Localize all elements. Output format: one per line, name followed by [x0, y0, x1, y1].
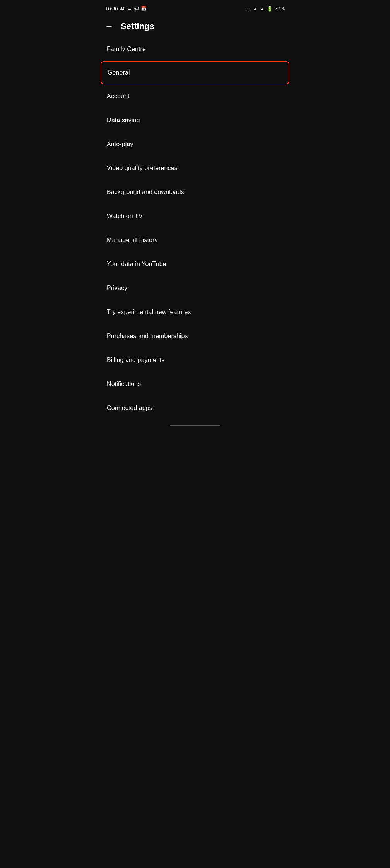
calendar-icon: 📅: [141, 6, 147, 11]
status-bar: 10:30 M ☁ 🏷 📅 ⋮⋮ ▲ ▲ 🔋 77%: [98, 0, 292, 15]
menu-item-watch-on-tv[interactable]: Watch on TV: [98, 204, 292, 228]
tag-icon: 🏷: [134, 6, 139, 11]
wifi-icon: ▲: [253, 6, 258, 12]
menu-item-connected-apps[interactable]: Connected apps: [98, 396, 292, 420]
cloud-icon: ☁: [127, 6, 132, 12]
status-right: ⋮⋮ ▲ ▲ 🔋 77%: [243, 6, 285, 12]
menu-item-experimental[interactable]: Try experimental new features: [98, 300, 292, 324]
menu-item-manage-history[interactable]: Manage all history: [98, 228, 292, 252]
battery-icon: 🔋: [267, 6, 273, 12]
menu-item-your-data[interactable]: Your data in YouTube: [98, 252, 292, 276]
menu-item-background-downloads[interactable]: Background and downloads: [98, 180, 292, 204]
settings-menu: Family CentreGeneralAccountData savingAu…: [98, 37, 292, 420]
back-button[interactable]: ←: [104, 21, 115, 32]
header: ← Settings: [98, 15, 292, 37]
battery-percent: 77%: [275, 6, 285, 12]
menu-item-billing[interactable]: Billing and payments: [98, 348, 292, 372]
signal-icon: ▲: [260, 6, 265, 12]
status-time: 10:30: [105, 6, 118, 12]
gmail-icon: M: [120, 6, 125, 12]
menu-item-general[interactable]: General: [101, 61, 289, 84]
home-indicator: [170, 425, 220, 426]
menu-item-notifications[interactable]: Notifications: [98, 372, 292, 396]
menu-item-account[interactable]: Account: [98, 84, 292, 108]
menu-item-auto-play[interactable]: Auto-play: [98, 132, 292, 156]
menu-item-privacy[interactable]: Privacy: [98, 276, 292, 300]
menu-item-data-saving[interactable]: Data saving: [98, 108, 292, 132]
menu-item-family-centre[interactable]: Family Centre: [98, 37, 292, 61]
back-arrow-icon: ←: [105, 21, 113, 31]
status-left: 10:30 M ☁ 🏷 📅: [105, 6, 147, 12]
menu-item-video-quality[interactable]: Video quality preferences: [98, 156, 292, 180]
page-title: Settings: [121, 21, 154, 31]
menu-item-purchases[interactable]: Purchases and memberships: [98, 324, 292, 348]
vibrate-icon: ⋮⋮: [243, 6, 251, 11]
